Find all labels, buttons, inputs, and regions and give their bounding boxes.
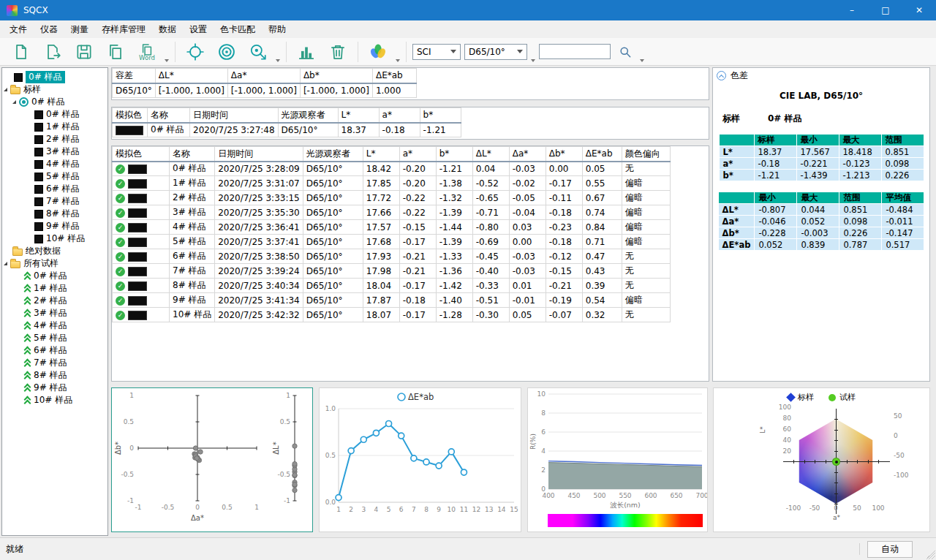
- tree-item[interactable]: 标样: [2, 83, 107, 96]
- menu-item-1[interactable]: 仪器: [34, 21, 64, 38]
- tree-item[interactable]: 0# 样品: [2, 270, 107, 282]
- tree-item[interactable]: 8# 样品: [2, 208, 107, 220]
- table-row[interactable]: ✓9# 样品2020/7/25 3:41:34D65/10°17.87-0.18…: [113, 293, 671, 308]
- table-row[interactable]: a*-0.18-0.221-0.1230.098: [719, 158, 924, 170]
- table-row[interactable]: 0# 样品2020/7/25 3:27:48D65/10°18.37-0.18-…: [113, 123, 461, 137]
- expander-icon[interactable]: [4, 88, 7, 91]
- column-header[interactable]: a*: [379, 108, 420, 123]
- column-header[interactable]: 日期时间: [190, 108, 279, 123]
- column-header[interactable]: 容差: [113, 69, 156, 83]
- column-header[interactable]: 日期时间: [215, 147, 303, 162]
- table-row[interactable]: D65/10°[-1.000, 1.000][-1.000, 1.000][-1…: [113, 83, 417, 98]
- tree-item[interactable]: 2# 样品: [2, 133, 107, 145]
- table-row[interactable]: ✓8# 样品2020/7/25 3:40:34D65/10°18.04-0.17…: [113, 279, 671, 293]
- calibrate-button[interactable]: [181, 39, 209, 65]
- measure-sample-button[interactable]: [244, 39, 272, 65]
- menu-item-0[interactable]: 文件: [3, 21, 34, 38]
- auto-mode-button[interactable]: 自动: [867, 541, 913, 558]
- tree-item[interactable]: 1# 样品: [2, 121, 107, 133]
- export-button[interactable]: [39, 39, 67, 65]
- measure-standard-button[interactable]: [213, 39, 241, 65]
- column-header[interactable]: 名称: [170, 147, 215, 162]
- tree-item[interactable]: 0# 样品: [2, 108, 107, 121]
- column-header[interactable]: 模拟色: [113, 108, 148, 123]
- resize-grip-icon[interactable]: [926, 550, 935, 559]
- tree-item[interactable]: 0# 样品: [2, 96, 107, 108]
- column-header[interactable]: 名称: [148, 108, 190, 123]
- tree-item[interactable]: 5# 样品: [2, 332, 107, 344]
- expander-icon[interactable]: [12, 100, 16, 104]
- column-header[interactable]: Δa*: [509, 147, 546, 162]
- new-document-button[interactable]: [7, 39, 35, 65]
- sci-dropdown[interactable]: SCI: [412, 44, 461, 60]
- column-header[interactable]: b*: [436, 147, 472, 162]
- tree-item[interactable]: 2# 样品: [2, 295, 107, 307]
- column-header[interactable]: Δb*: [546, 147, 582, 162]
- palette-dropdown-icon[interactable]: [396, 59, 400, 62]
- tree-item[interactable]: 4# 样品: [2, 319, 107, 332]
- column-header[interactable]: L*: [363, 147, 399, 162]
- delete-button[interactable]: [324, 39, 352, 65]
- table-row[interactable]: ✓6# 样品2020/7/25 3:38:50D65/10°17.93-0.21…: [113, 249, 671, 264]
- tree-item[interactable]: 6# 样品: [2, 344, 107, 357]
- tree-item[interactable]: 9# 样品: [2, 220, 107, 232]
- search-button[interactable]: [614, 39, 636, 65]
- column-header[interactable]: 光源观察者: [278, 108, 338, 123]
- close-button[interactable]: ✕: [902, 0, 936, 20]
- table-row[interactable]: ✓4# 样品2020/7/25 3:36:41D65/10°17.57-0.15…: [113, 220, 671, 235]
- measure-group-dropdown-icon[interactable]: [276, 59, 280, 62]
- copy-button[interactable]: [102, 39, 129, 65]
- table-row[interactable]: ✓2# 样品2020/7/25 3:33:15D65/10°17.72-0.22…: [113, 191, 671, 205]
- export-word-button[interactable]: Word: [133, 39, 161, 65]
- tree-item[interactable]: 5# 样品: [2, 170, 107, 183]
- menu-item-5[interactable]: 设置: [183, 21, 214, 38]
- collapse-panel-icon[interactable]: [717, 71, 726, 80]
- tree-item[interactable]: 3# 样品: [2, 307, 107, 319]
- search-group-dropdown-icon[interactable]: [640, 59, 644, 62]
- color-palette-button[interactable]: [364, 39, 392, 65]
- tree-item[interactable]: 7# 样品: [2, 357, 107, 369]
- column-header[interactable]: a*: [399, 147, 436, 162]
- minimize-button[interactable]: –: [835, 0, 869, 20]
- menu-item-4[interactable]: 数据: [152, 21, 183, 38]
- tree-item[interactable]: 0# 样品: [2, 71, 107, 83]
- menu-item-2[interactable]: 测量: [64, 21, 95, 38]
- scatter-chart[interactable]: -1-1-0.5-0.5000.50.511Δa*Δb*10.5-0.5-1ΔL…: [111, 387, 313, 532]
- save-button[interactable]: [70, 39, 98, 65]
- illuminant-group-dropdown-icon[interactable]: [531, 59, 535, 62]
- menu-item-3[interactable]: 存样库管理: [95, 21, 152, 38]
- tree-item[interactable]: 9# 样品: [2, 382, 107, 394]
- tree-item[interactable]: 1# 样品: [2, 282, 107, 295]
- column-header[interactable]: 光源观察者: [303, 147, 363, 162]
- menu-item-6[interactable]: 色卡匹配: [214, 21, 262, 38]
- table-row[interactable]: ✓3# 样品2020/7/25 3:35:30D65/10°17.66-0.22…: [113, 205, 671, 220]
- table-row[interactable]: ✓7# 样品2020/7/25 3:39:24D65/10°17.98-0.21…: [113, 264, 671, 279]
- table-row[interactable]: L*18.3717.56718.4180.851: [719, 146, 924, 158]
- tree-item[interactable]: 8# 样品: [2, 369, 107, 382]
- tree-item[interactable]: 10# 样品: [2, 394, 107, 406]
- table-row[interactable]: ✓10# 样品2020/7/25 3:42:32D65/10°18.07-0.1…: [113, 308, 671, 322]
- tree-item[interactable]: 10# 样品: [2, 232, 107, 245]
- table-row[interactable]: Δb*-0.228-0.0030.226-0.147: [718, 227, 924, 239]
- illuminant-dropdown[interactable]: D65/10°: [464, 44, 527, 60]
- delta-e-chart[interactable]: 0.00.51.0123456789101112131415ΔE*ab: [319, 387, 521, 532]
- column-header[interactable]: ΔL*: [155, 69, 227, 83]
- column-header[interactable]: ΔE*ab: [372, 69, 416, 83]
- spectral-chart[interactable]: 0246810400450500550600650700波长(nm)R(%): [527, 387, 708, 532]
- statistics-button[interactable]: [292, 39, 320, 65]
- table-row[interactable]: ✓0# 样品2020/7/25 3:28:09D65/10°18.42-0.20…: [113, 162, 671, 176]
- table-row[interactable]: b*-1.21-1.439-1.2130.226: [719, 170, 924, 181]
- column-header[interactable]: L*: [338, 108, 379, 123]
- expander-icon[interactable]: [4, 262, 7, 265]
- maximize-button[interactable]: □: [869, 0, 902, 20]
- table-row[interactable]: ΔE*ab0.0520.8390.7870.517: [718, 239, 924, 251]
- table-row[interactable]: ✓5# 样品2020/7/25 3:37:41D65/10°17.68-0.17…: [113, 235, 671, 249]
- tree-item[interactable]: 7# 样品: [2, 195, 107, 208]
- tree-item[interactable]: 6# 样品: [2, 183, 107, 195]
- column-header[interactable]: ΔL*: [472, 147, 509, 162]
- tree-item[interactable]: 3# 样品: [2, 145, 107, 158]
- tree-item[interactable]: 4# 样品: [2, 158, 107, 170]
- column-header[interactable]: Δb*: [300, 69, 372, 83]
- gamut-chart[interactable]: 标样试样10080604020500-50-100-100-50050100a*…: [713, 387, 930, 532]
- column-header[interactable]: ΔE*ab: [582, 147, 622, 162]
